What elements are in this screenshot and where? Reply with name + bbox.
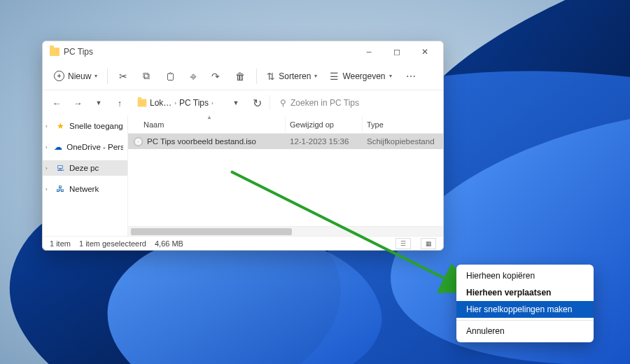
- minimize-button[interactable]: –: [355, 42, 383, 62]
- separator: [107, 69, 108, 84]
- trash-icon: 🗑︎: [235, 71, 245, 82]
- monitor-icon: 💻︎: [55, 163, 65, 173]
- thumbnails-view-button[interactable]: ▦: [421, 238, 436, 249]
- cloud-icon: ☁: [54, 142, 62, 152]
- forward-button[interactable]: →: [69, 94, 86, 111]
- folder-icon: [138, 99, 147, 107]
- drag-drop-context-menu: Hierheen kopiëren Hierheen verplaatsen H…: [456, 265, 594, 342]
- sort-label: Sorteren: [279, 71, 311, 81]
- back-button[interactable]: ←: [48, 94, 65, 111]
- chevron-down-icon: ▾: [94, 73, 97, 79]
- ellipsis-icon: ⋯: [406, 71, 416, 82]
- chevron-right-icon: ›: [46, 123, 51, 130]
- column-header-type[interactable]: Type: [363, 115, 443, 133]
- chevron-down-icon: ▾: [314, 73, 317, 79]
- file-type: Schijfkopiebestand: [363, 137, 443, 146]
- refresh-button[interactable]: ↻: [248, 94, 265, 111]
- share-icon: ↷: [211, 71, 220, 82]
- chevron-right-icon: ›: [174, 100, 176, 106]
- chevron-right-icon: ›: [46, 165, 51, 172]
- separator: [456, 320, 594, 321]
- breadcrumb[interactable]: Lok… › PC Tips ›: [132, 96, 223, 110]
- sidebar-item-quick-access[interactable]: › ★ Snelle toegang: [43, 118, 127, 134]
- new-button[interactable]: + Nieuw ▾: [48, 66, 103, 87]
- status-selected: 1 item geselecteerd: [79, 239, 146, 248]
- search-placeholder: Zoeken in PC Tips: [290, 98, 359, 108]
- window-title: PC Tips: [64, 47, 93, 57]
- more-button[interactable]: ⋯: [399, 66, 423, 87]
- explorer-window: PC Tips – ◻ ✕ + Nieuw ▾ ✂ ⧉ 📋︎ ⎆ ↷ 🗑︎ ⇅ …: [42, 41, 444, 251]
- plus-circle-icon: +: [54, 71, 64, 81]
- file-date: 12-1-2023 15:36: [286, 137, 363, 146]
- column-header-modified[interactable]: Gewijzigd op: [286, 115, 363, 133]
- address-bar: ← → ▼ ↑ Lok… › PC Tips › ▼ ↻ ⚲ Zoeken in…: [43, 90, 443, 115]
- folder-icon: [50, 48, 59, 56]
- copy-icon: ⧉: [143, 70, 150, 82]
- status-bar: 1 item 1 item geselecteerd 4,66 MB ☰ ▦: [43, 236, 443, 250]
- chevron-right-icon: ›: [211, 100, 214, 106]
- sidebar-item-label: OneDrive - Personal: [66, 143, 123, 151]
- sidebar-item-network[interactable]: › 🖧︎ Netwerk: [43, 181, 127, 197]
- delete-button[interactable]: 🗑︎: [228, 66, 252, 87]
- new-label: Nieuw: [68, 71, 91, 81]
- ctx-create-shortcut-here[interactable]: Hier snelkoppelingen maken: [456, 301, 594, 318]
- sort-button[interactable]: ⇅ Sorteren ▾: [261, 66, 323, 87]
- ctx-copy-here[interactable]: Hierheen kopiëren: [456, 267, 594, 284]
- maximize-button[interactable]: ◻: [383, 42, 411, 62]
- titlebar[interactable]: PC Tips – ◻ ✕: [43, 41, 443, 62]
- file-row[interactable]: PC Tips voorbeeld bestand.iso 12-1-2023 …: [128, 134, 443, 149]
- rename-icon: ⎆: [190, 71, 196, 82]
- column-headers: ▲ Naam Gewijzigd op Type: [128, 115, 443, 134]
- up-button[interactable]: ↑: [111, 94, 128, 111]
- crumb-2: PC Tips: [179, 98, 209, 108]
- command-bar: + Nieuw ▾ ✂ ⧉ 📋︎ ⎆ ↷ 🗑︎ ⇅ Sorteren ▾ ☰ W…: [43, 62, 443, 90]
- rename-button[interactable]: ⎆: [183, 66, 203, 87]
- cut-button[interactable]: ✂: [112, 66, 134, 87]
- view-button[interactable]: ☰ Weergeven ▾: [324, 66, 397, 87]
- chevron-right-icon: ›: [46, 186, 51, 192]
- ctx-cancel[interactable]: Annuleren: [456, 323, 594, 340]
- clipboard-icon: 📋︎: [165, 71, 175, 82]
- crumb-1: Lok…: [150, 98, 172, 108]
- chevron-down-icon: ▾: [389, 73, 392, 79]
- sidebar-item-label: Deze pc: [69, 164, 99, 172]
- chevron-right-icon: ›: [46, 144, 50, 150]
- file-name: PC Tips voorbeeld bestand.iso: [147, 137, 256, 146]
- disc-icon: [134, 137, 143, 146]
- scissors-icon: ✂: [119, 71, 127, 82]
- status-item-count: 1 item: [50, 239, 71, 248]
- crumbs-dropdown[interactable]: ▼: [227, 94, 244, 111]
- file-list-panel: ▲ Naam Gewijzigd op Type PC Tips voorbee…: [128, 115, 443, 236]
- column-header-name[interactable]: ▲ Naam: [128, 115, 286, 133]
- copy-button[interactable]: ⧉: [136, 66, 157, 87]
- sidebar-item-this-pc[interactable]: › 💻︎ Deze pc: [43, 160, 127, 176]
- horizontal-scrollbar[interactable]: [128, 226, 443, 236]
- list-icon: ☰: [330, 71, 339, 82]
- separator: [270, 95, 270, 111]
- sidebar-item-onedrive[interactable]: › ☁ OneDrive - Personal: [43, 139, 127, 155]
- history-button[interactable]: ▼: [90, 94, 107, 111]
- sort-indicator-icon: ▲: [206, 114, 212, 120]
- sidebar-item-label: Snelle toegang: [69, 122, 123, 130]
- file-rows: PC Tips voorbeeld bestand.iso 12-1-2023 …: [128, 134, 443, 226]
- star-icon: ★: [55, 121, 65, 131]
- navigation-pane: › ★ Snelle toegang › ☁ OneDrive - Person…: [43, 115, 128, 236]
- close-button[interactable]: ✕: [411, 42, 439, 62]
- sort-icon: ⇅: [267, 71, 275, 82]
- status-size: 4,66 MB: [155, 239, 183, 248]
- sidebar-item-label: Netwerk: [69, 185, 99, 193]
- share-button[interactable]: ↷: [204, 66, 227, 87]
- view-label: Weergeven: [342, 71, 385, 81]
- network-icon: 🖧︎: [55, 184, 65, 194]
- search-input[interactable]: ⚲ Zoeken in PC Tips: [274, 98, 438, 108]
- separator: [256, 69, 257, 84]
- paste-button[interactable]: 📋︎: [158, 66, 182, 87]
- scrollbar-thumb[interactable]: [131, 228, 292, 235]
- details-view-button[interactable]: ☰: [396, 238, 411, 249]
- search-icon: ⚲: [280, 98, 286, 108]
- ctx-move-here[interactable]: Hierheen verplaatsen: [456, 284, 594, 301]
